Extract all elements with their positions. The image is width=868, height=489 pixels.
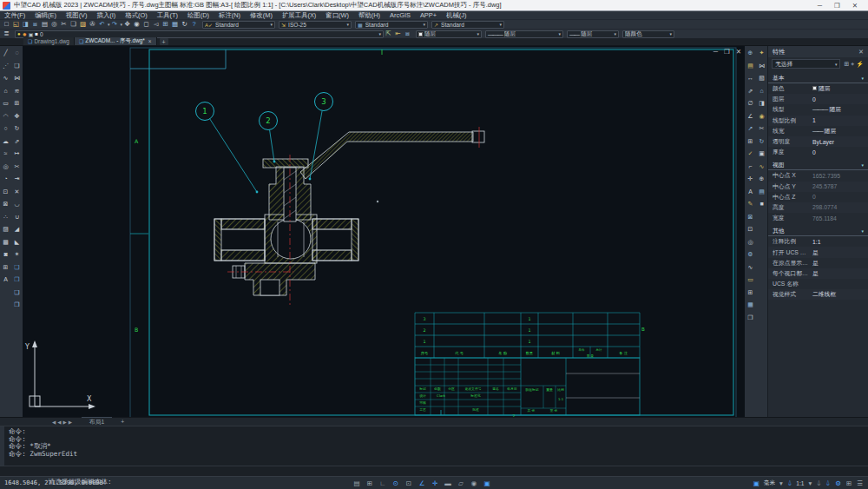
document-tab-0[interactable]: ❏Drawing1.dwg — [23, 37, 75, 45]
property-value[interactable]: 298.0774 — [812, 204, 868, 210]
chevron-down-icon[interactable]: ▾ — [779, 479, 784, 488]
mirror-icon[interactable]: ⋈ — [12, 72, 23, 85]
polyline-icon[interactable]: ∿ — [1, 72, 11, 85]
property-row[interactable]: 宽度765.1184 — [768, 213, 868, 223]
layer-states-icon[interactable]: ⧈ — [403, 30, 412, 38]
properties-section-0[interactable]: 基本▾ — [768, 73, 868, 83]
aligned-dim-icon[interactable]: ⇗ — [746, 85, 756, 98]
text-tool-icon[interactable]: A — [746, 186, 756, 199]
cycle-toggle[interactable]: ◉ — [469, 479, 479, 488]
property-value[interactable]: 0 — [812, 96, 868, 102]
shaft-icon[interactable]: ▭ — [746, 274, 756, 287]
super-edit-icon[interactable]: ✦ — [757, 47, 767, 60]
menu-item-10[interactable]: 窗口(W) — [326, 11, 349, 20]
snap-toggle[interactable]: ▤ — [352, 479, 362, 488]
balloon-icon[interactable]: ⊕ — [746, 47, 756, 60]
new-icon[interactable]: □ — [2, 20, 11, 29]
property-row[interactable]: 视觉样式二维线框 — [768, 289, 868, 300]
redo-icon[interactable]: ↷ — [110, 20, 120, 29]
chamfer-icon[interactable]: ◢ — [12, 223, 23, 236]
paste-icon[interactable]: ▨ — [78, 20, 88, 29]
property-value[interactable]: 0 — [812, 149, 868, 155]
chevron-down-icon[interactable]: ▾ — [271, 22, 273, 27]
plotstyle-dropdown[interactable]: 随颜色▾ — [622, 30, 674, 38]
erase-icon[interactable]: ◌ — [12, 47, 23, 60]
ortho-toggle[interactable]: ∟ — [378, 479, 388, 488]
chevron-down-icon[interactable]: ▾ — [558, 31, 561, 36]
menu-item-14[interactable]: 机械(J) — [446, 11, 466, 20]
layer-freeze-icon[interactable]: ✹ — [23, 31, 27, 37]
menu-item-1[interactable]: 编辑(E) — [35, 11, 56, 20]
property-value[interactable]: 是 — [812, 248, 868, 257]
doc-close-button[interactable]: ✕ — [736, 48, 741, 56]
zoom-realtime-icon[interactable]: ◉ — [132, 20, 141, 29]
diameter-dim-icon[interactable]: ∅ — [746, 97, 756, 110]
polygon-icon[interactable]: ⌂ — [1, 85, 11, 98]
properties-close-icon[interactable]: ✕ — [858, 48, 864, 56]
dyn-input-toggle[interactable]: ✛ — [430, 479, 440, 488]
surface-symbol-icon[interactable]: ✓ — [746, 148, 756, 161]
property-value[interactable]: 765.1184 — [812, 215, 868, 221]
sheet-icon[interactable]: ❐ — [746, 312, 756, 325]
valve-drawing[interactable] — [214, 127, 484, 306]
menu-item-8[interactable]: 修改(M) — [250, 11, 273, 20]
array-icon[interactable]: ⊞ — [12, 97, 23, 110]
property-row[interactable]: 透明度ByLayer — [768, 136, 868, 147]
cut-icon[interactable]: ✂ — [59, 20, 69, 29]
color-dropdown[interactable]: 随层▾ — [416, 30, 482, 38]
maximize-button[interactable]: ❐ — [834, 2, 840, 10]
balloon-callouts[interactable]: 123 — [196, 93, 333, 194]
spring-icon[interactable]: ∿ — [746, 261, 756, 274]
layout-tab-1[interactable]: 布局1 — [82, 418, 112, 426]
title-block[interactable]: 标记处数分区更改文件号签名年月日设计Clark标准化审核工艺批准阶段标记重量比例… — [415, 358, 640, 415]
chevron-down-icon[interactable]: ▾ — [477, 31, 479, 36]
property-row[interactable]: 在原点显示…是 — [768, 258, 868, 268]
property-value[interactable]: ——随层 — [812, 127, 868, 135]
rotate-icon[interactable]: ↻ — [12, 122, 23, 135]
bolt-icon[interactable]: ⊡ — [746, 223, 756, 236]
chevron-down-icon[interactable]: ▾ — [347, 22, 350, 27]
layer-previous-icon[interactable]: ⇤ — [393, 30, 403, 38]
chevron-down-icon[interactable]: ▾ — [861, 228, 864, 234]
spline-icon[interactable]: ≈ — [1, 148, 11, 161]
rotate-view-icon[interactable]: ↻ — [757, 135, 767, 149]
bring-above-icon[interactable]: ❏ — [12, 287, 23, 300]
status-menu-icon[interactable]: ☰ — [856, 479, 864, 488]
select-objects-icon[interactable]: ⌖ — [851, 61, 854, 67]
parts-list-table[interactable]: 312111序号代 号名 称数量材 料单件总计重 量备 注 — [415, 313, 640, 358]
layer-walk-icon[interactable]: ▣ — [757, 148, 767, 161]
save-icon[interactable]: ◨ — [21, 20, 30, 29]
minimize-button[interactable]: ─ — [818, 2, 822, 10]
property-row[interactable]: 厚度0 — [768, 147, 868, 157]
linetype-dropdown[interactable]: ———随层▾ — [485, 30, 563, 38]
balloon-1[interactable]: 1 — [196, 102, 259, 194]
property-row[interactable]: 中心点 X1652.7395 — [768, 170, 868, 181]
fillet-icon[interactable]: ◣ — [12, 236, 23, 249]
menu-item-7[interactable]: 标注(N) — [219, 11, 240, 20]
plot-icon[interactable]: ▤ — [40, 20, 49, 29]
zoom-window-icon[interactable]: ◻ — [141, 20, 151, 29]
otrack-toggle[interactable]: ∠ — [417, 479, 427, 488]
layer-on-icon[interactable]: ● — [17, 31, 21, 36]
menu-item-5[interactable]: 工具(T) — [157, 11, 178, 20]
clean-screen-icon[interactable]: ⊞ — [845, 479, 852, 488]
chevron-down-icon[interactable]: ▾ — [807, 479, 812, 488]
send-back-icon[interactable]: ❐ — [12, 274, 23, 287]
regen-icon[interactable]: ↻ — [180, 20, 189, 29]
property-row[interactable]: 线宽——随层 — [768, 126, 868, 136]
poly-edit-icon[interactable]: ∿ — [757, 161, 767, 174]
bearing-icon[interactable]: ◎ — [746, 236, 756, 249]
property-row[interactable]: 注释比例1:1 — [768, 236, 868, 247]
hatch-icon[interactable]: ▨ — [1, 223, 11, 236]
property-value[interactable]: ———随层 — [812, 105, 868, 114]
property-value[interactable]: 245.5787 — [812, 183, 868, 189]
hide-icon[interactable]: ◨ — [757, 97, 767, 110]
break-point-icon[interactable]: ✕ — [12, 186, 23, 199]
annotation-visibility-icon[interactable]: ⍙ — [787, 479, 793, 488]
workspace-gear-icon[interactable]: ⚙ — [834, 479, 842, 488]
extend-icon[interactable]: ⇥ — [12, 173, 23, 186]
property-value[interactable]: ByLayer — [812, 139, 868, 145]
scale-icon[interactable]: ⇗ — [12, 135, 23, 149]
trim-icon[interactable]: ✂ — [12, 161, 23, 174]
join-icon[interactable]: ∪ — [12, 211, 23, 224]
